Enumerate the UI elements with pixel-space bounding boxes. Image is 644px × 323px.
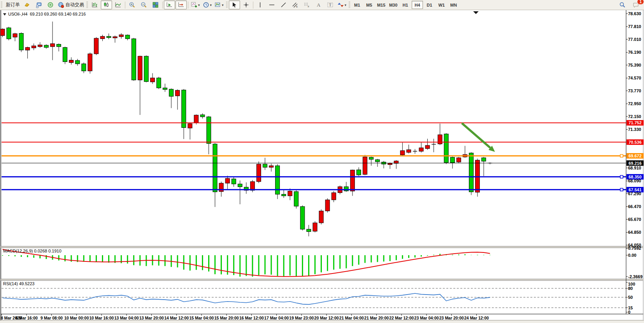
line-chart-icon <box>115 2 121 8</box>
dropdown-arrow-icon: ▾ <box>210 3 212 7</box>
dropdown-arrow-icon: ▾ <box>222 3 224 7</box>
bar-chart-button[interactable] <box>89 0 100 9</box>
market-watch-button[interactable] <box>21 0 33 9</box>
navigator-icon <box>35 2 42 8</box>
search-button[interactable] <box>617 0 628 9</box>
time-tick-label: 24 Mar 12:00 <box>464 316 489 320</box>
timeframe-button-MN[interactable]: MN <box>448 1 459 9</box>
text-label-button[interactable]: T <box>325 0 336 9</box>
zoom-out-button[interactable] <box>138 0 149 9</box>
candle-bear <box>300 207 305 229</box>
timeframe-button-D1[interactable]: D1 <box>424 1 435 9</box>
trendline-button[interactable] <box>278 0 289 9</box>
candle-bull <box>50 44 54 47</box>
horizontal-line-button[interactable] <box>266 0 277 9</box>
chart-shift-icon <box>178 2 184 8</box>
symbol-dropdown-icon[interactable] <box>3 13 6 16</box>
auto-trading-button[interactable]: 自动交易 <box>56 0 85 9</box>
timeframe-button-H1[interactable]: H1 <box>400 1 411 9</box>
auto-trading-label: 自动交易 <box>65 2 84 8</box>
timeframe-button-M15[interactable]: M15 <box>376 1 387 9</box>
price-tick-label: 72.150 <box>628 114 641 119</box>
candle-bear <box>356 170 361 175</box>
price-tick-label: 68.910 <box>628 166 641 170</box>
cursor-button[interactable] <box>229 0 240 9</box>
equidistant-channel-button[interactable]: E <box>290 0 301 9</box>
time-tick-label: 10 Mar 00:00 <box>64 316 89 320</box>
crosshair-button[interactable] <box>240 0 252 9</box>
signal-icon <box>47 2 54 8</box>
line-chart-button[interactable] <box>112 0 124 9</box>
timeframe-button-M1[interactable]: M1 <box>351 1 363 9</box>
periods-button[interactable]: ▾ <box>202 0 213 9</box>
time-tick-label: 17 Mar 04:00 <box>264 316 289 320</box>
candle-bear <box>125 35 130 39</box>
candle-bull <box>13 34 17 37</box>
time-tick-label: 15 Mar 04:00 <box>189 316 214 320</box>
indicators-add-icon <box>191 2 197 8</box>
candle-bull <box>150 78 154 82</box>
candle-bear <box>7 28 11 39</box>
toolbar-grip[interactable] <box>1 2 2 9</box>
line-handle[interactable] <box>620 175 623 178</box>
chart-shift-button[interactable] <box>175 0 187 9</box>
new-order-button[interactable]: 新订单 <box>4 0 21 9</box>
candle-bull <box>456 158 461 162</box>
macd-tick-label: -2.3669 <box>628 274 642 279</box>
candle-bull <box>94 38 98 54</box>
fibonacci-button[interactable]: F <box>301 0 312 9</box>
timeframe-button-H4[interactable]: H4 <box>412 1 423 9</box>
time-tick-label: 22 Mar 12:00 <box>389 316 414 320</box>
candlestick-chart-button[interactable] <box>101 0 112 9</box>
candle-bull <box>25 48 30 50</box>
text-button[interactable]: A <box>313 0 324 9</box>
candle-bull <box>119 35 123 37</box>
chart-window[interactable]: MACD(12,26,9) 0.0268 0.1910RSI(14) 49.52… <box>0 10 644 323</box>
price-tick-label: 67.290 <box>628 191 641 196</box>
timeframe-button-W1[interactable]: W1 <box>436 1 447 9</box>
candle-bear <box>263 164 267 167</box>
line-handle[interactable] <box>620 188 623 191</box>
rsi-tick-label: 50 <box>628 295 633 300</box>
templates-button[interactable]: ▾ <box>213 0 225 9</box>
candle-bull <box>100 36 105 39</box>
price-tick-label: 77.810 <box>628 24 641 29</box>
candle-bull <box>250 182 254 190</box>
vertical-line-button[interactable] <box>254 0 266 9</box>
auto-trading-icon <box>58 2 64 8</box>
candle-bull <box>113 37 117 38</box>
toolbar-grip[interactable] <box>86 2 88 9</box>
candle-bear <box>213 144 217 192</box>
price-badge-text: 71.752 <box>628 120 642 125</box>
price-tick-label: 78.630 <box>628 11 641 16</box>
time-tick-label: 8 Mar 16:00 <box>16 316 38 320</box>
terminal-button[interactable] <box>45 0 56 9</box>
timeframe-button-M5[interactable]: M5 <box>363 1 375 9</box>
chart-ohlc-values: 69.210 69.260 69.140 69.216 <box>30 12 86 16</box>
price-chart-svg: MACD(12,26,9) 0.0268 0.1910RSI(14) 49.52… <box>0 10 644 323</box>
candle-bull <box>400 151 405 155</box>
indicators-button[interactable]: ▾ <box>190 0 201 9</box>
candle-bear <box>63 48 67 62</box>
toolbar-grip[interactable] <box>349 2 350 9</box>
arrows-button[interactable]: ▾ <box>336 0 348 9</box>
auto-scroll-button[interactable] <box>164 0 175 9</box>
candle-bull <box>269 166 274 167</box>
zoom-in-button[interactable] <box>126 0 138 9</box>
candle-bull <box>332 193 336 200</box>
time-tick-label: 13 Mar 04:00 <box>114 316 139 320</box>
zoom-out-icon <box>140 2 147 8</box>
toolbar-grip[interactable] <box>226 2 228 9</box>
candle-bear <box>57 44 61 47</box>
price-tick-label: 77.010 <box>628 37 641 42</box>
time-tick-label: 16 Mar 12:00 <box>239 316 264 320</box>
candle-bull <box>175 90 180 96</box>
timeframe-button-M30[interactable]: M30 <box>388 1 399 9</box>
navigator-button[interactable] <box>33 0 44 9</box>
line-handle[interactable] <box>620 154 623 157</box>
candle-bear <box>200 115 205 117</box>
tile-windows-button[interactable] <box>150 0 161 9</box>
price-tick-label: 64.850 <box>628 230 641 235</box>
notifications-button[interactable]: 1 <box>630 0 642 9</box>
timeframe-toolbar: M1M5M15M30H1H4D1W1MN <box>351 1 459 9</box>
